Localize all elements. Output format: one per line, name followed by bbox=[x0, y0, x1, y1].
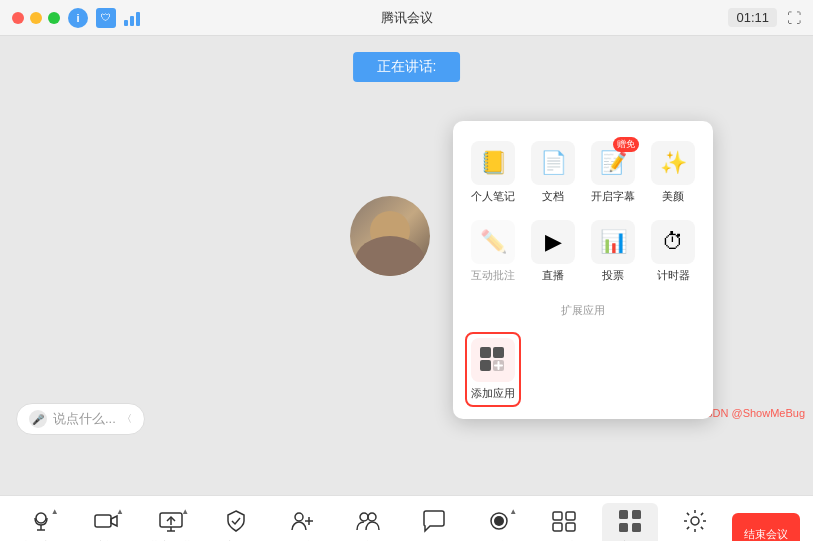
share-chevron: ▲ bbox=[181, 507, 189, 516]
split-icon bbox=[548, 507, 580, 535]
shield-icon[interactable]: 🛡 bbox=[96, 8, 116, 28]
svg-rect-22 bbox=[566, 512, 575, 520]
audio-icon: ▲ bbox=[25, 507, 57, 535]
traffic-lights bbox=[12, 12, 60, 24]
app-beauty[interactable]: ✨ 美颜 bbox=[645, 137, 701, 208]
timer-icon-box: ⏱ bbox=[651, 220, 695, 264]
end-label: 结束会议 bbox=[744, 527, 788, 541]
toolbar-security[interactable]: 安全 bbox=[208, 507, 264, 541]
svg-rect-24 bbox=[566, 523, 575, 531]
signal-icon bbox=[124, 10, 140, 26]
subtitle-badge: 赠免 bbox=[613, 137, 639, 152]
time-display: 01:11 bbox=[728, 8, 777, 27]
vote-label: 投票 bbox=[602, 268, 624, 283]
avatar-container bbox=[350, 196, 430, 276]
svg-point-18 bbox=[368, 513, 376, 521]
svg-rect-1 bbox=[493, 347, 504, 358]
app-popup: 📒 个人笔记 📄 文档 📝 赠免 开启字幕 ✨ 美颜 ✏️ 互动 bbox=[453, 121, 713, 419]
svg-rect-26 bbox=[632, 510, 641, 519]
add-label: 添加应用 bbox=[471, 386, 515, 401]
app-add[interactable]: 添加应用 bbox=[465, 332, 521, 407]
record-icon: ▲ bbox=[483, 507, 515, 535]
info-icons: i 🛡 bbox=[68, 8, 140, 28]
toolbar-share[interactable]: ▲ 共享屏幕 bbox=[143, 507, 199, 541]
share-icon: ▲ bbox=[155, 507, 187, 535]
svg-rect-25 bbox=[619, 510, 628, 519]
title-bar-right: 01:11 ⛶ bbox=[728, 8, 801, 27]
chevron-right-icon: 〈 bbox=[122, 412, 132, 426]
fullscreen-icon[interactable]: ⛶ bbox=[787, 10, 801, 26]
minimize-button[interactable] bbox=[30, 12, 42, 24]
live-label: 直播 bbox=[542, 268, 564, 283]
svg-point-19 bbox=[494, 516, 504, 526]
svg-rect-9 bbox=[95, 515, 111, 527]
svg-point-29 bbox=[691, 517, 699, 525]
beauty-icon-box: ✨ bbox=[651, 141, 695, 185]
toolbar-apps[interactable]: 应用 bbox=[602, 503, 658, 541]
mic-icon: 🎤 bbox=[29, 410, 47, 428]
annotate-label: 互动批注 bbox=[471, 268, 515, 283]
app-timer[interactable]: ⏱ 计时器 bbox=[645, 216, 701, 287]
timer-label: 计时器 bbox=[657, 268, 690, 283]
title-bar-left: i 🛡 bbox=[12, 8, 140, 28]
chat-icon bbox=[418, 507, 450, 535]
toolbar-end[interactable]: 结束会议 bbox=[732, 513, 800, 541]
app-notebook[interactable]: 📒 个人笔记 bbox=[465, 137, 521, 208]
maximize-button[interactable] bbox=[48, 12, 60, 24]
vote-icon-box: 📊 bbox=[591, 220, 635, 264]
svg-rect-21 bbox=[553, 512, 562, 520]
mic-placeholder: 说点什么... bbox=[53, 410, 116, 428]
svg-rect-27 bbox=[619, 523, 628, 532]
svg-point-14 bbox=[295, 513, 303, 521]
invite-icon bbox=[286, 507, 318, 535]
title-bar: i 🛡 腾讯会议 01:11 ⛶ bbox=[0, 0, 813, 36]
notebook-label: 个人笔记 bbox=[471, 189, 515, 204]
toolbar-invite[interactable]: 邀请 bbox=[274, 507, 330, 541]
live-icon-box: ▶ bbox=[531, 220, 575, 264]
svg-rect-28 bbox=[632, 523, 641, 532]
video-chevron: ▲ bbox=[116, 507, 124, 516]
main-content: 正在讲话: 🎤 说点什么... 〈 📒 个人笔记 📄 文档 📝 赠免 bbox=[0, 36, 813, 495]
toolbar-record[interactable]: ▲ 录制 bbox=[471, 507, 527, 541]
svg-point-6 bbox=[36, 513, 46, 523]
annotate-icon-box: ✏️ bbox=[471, 220, 515, 264]
toolbar-audio[interactable]: ▲ 选择音频 bbox=[13, 507, 69, 541]
app-annotate[interactable]: ✏️ 互动批注 bbox=[465, 216, 521, 287]
svg-rect-23 bbox=[553, 523, 562, 531]
app-live[interactable]: ▶ 直播 bbox=[525, 216, 581, 287]
app-grid: 📒 个人笔记 📄 文档 📝 赠免 开启字幕 ✨ 美颜 ✏️ 互动 bbox=[465, 137, 701, 407]
svg-point-17 bbox=[360, 513, 368, 521]
app-vote[interactable]: 📊 投票 bbox=[585, 216, 641, 287]
subtitle-icon-box: 📝 赠免 bbox=[591, 141, 635, 185]
toolbar-video[interactable]: ▲ 开启视频 bbox=[78, 507, 134, 541]
toolbar-settings[interactable]: 设置 bbox=[667, 507, 723, 541]
expand-label: 扩展应用 bbox=[465, 303, 701, 318]
settings-icon bbox=[679, 507, 711, 535]
security-icon bbox=[220, 507, 252, 535]
bottom-toolbar: ▲ 选择音频 ▲ 开启视频 ▲ 共享屏幕 bbox=[0, 495, 813, 541]
subtitle-label: 开启字幕 bbox=[591, 189, 635, 204]
info-icon[interactable]: i bbox=[68, 8, 88, 28]
watermark: CSDN @ShowMeBug bbox=[697, 407, 805, 419]
close-button[interactable] bbox=[12, 12, 24, 24]
docs-icon-box: 📄 bbox=[531, 141, 575, 185]
app-subtitle[interactable]: 📝 赠免 开启字幕 bbox=[585, 137, 641, 208]
svg-rect-0 bbox=[480, 347, 491, 358]
audio-chevron: ▲ bbox=[51, 507, 59, 516]
notebook-icon-box: 📒 bbox=[471, 141, 515, 185]
window-title: 腾讯会议 bbox=[381, 9, 433, 27]
svg-rect-2 bbox=[480, 360, 491, 371]
beauty-label: 美颜 bbox=[662, 189, 684, 204]
add-icon-box bbox=[471, 338, 515, 382]
video-icon: ▲ bbox=[90, 507, 122, 535]
members-icon bbox=[352, 507, 384, 535]
app-docs[interactable]: 📄 文档 bbox=[525, 137, 581, 208]
apps-icon bbox=[614, 507, 646, 535]
mic-input-button[interactable]: 🎤 说点什么... 〈 bbox=[16, 403, 145, 435]
speaking-indicator: 正在讲话: bbox=[353, 52, 461, 82]
avatar bbox=[350, 196, 430, 276]
toolbar-chat[interactable]: 聊天 bbox=[406, 507, 462, 541]
docs-label: 文档 bbox=[542, 189, 564, 204]
toolbar-split[interactable]: 分组讨论 bbox=[536, 507, 592, 541]
toolbar-members[interactable]: 管理成员(1) bbox=[339, 507, 396, 541]
